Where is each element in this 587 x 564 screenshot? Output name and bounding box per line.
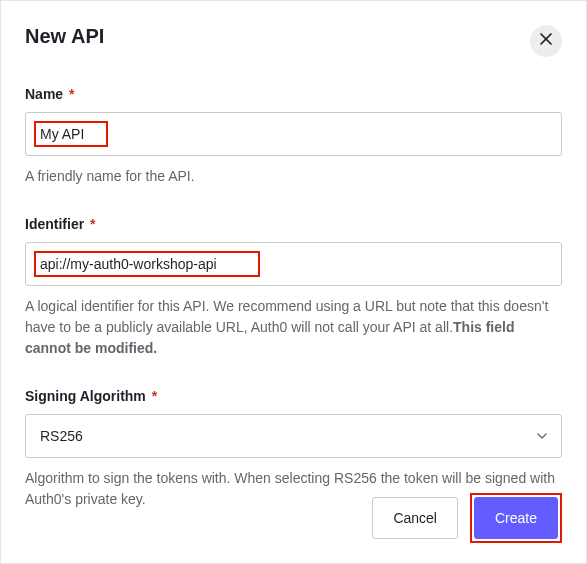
algorithm-label-text: Signing Algorithm (25, 388, 146, 404)
modal-header: New API (25, 25, 562, 57)
algorithm-label: Signing Algorithm * (25, 388, 157, 404)
algorithm-group: Signing Algorithm * RS256 Algorithm to s… (25, 387, 562, 510)
name-group: Name * A friendly name for the API. (25, 85, 562, 187)
modal-title: New API (25, 25, 104, 48)
create-button[interactable]: Create (474, 497, 558, 539)
name-input-wrap (25, 112, 562, 156)
identifier-label: Identifier * (25, 216, 95, 232)
name-input[interactable] (25, 112, 562, 156)
identifier-input-wrap (25, 242, 562, 286)
name-label: Name * (25, 86, 74, 102)
required-marker: * (90, 216, 95, 232)
close-icon (539, 32, 553, 50)
required-marker: * (69, 86, 74, 102)
algorithm-select-wrap: RS256 (25, 414, 562, 458)
identifier-input[interactable] (25, 242, 562, 286)
algorithm-select[interactable]: RS256 (25, 414, 562, 458)
name-help: A friendly name for the API. (25, 166, 562, 187)
caret-down-icon (537, 433, 547, 439)
close-button[interactable] (530, 25, 562, 57)
algorithm-selected-value: RS256 (40, 428, 83, 444)
cancel-button[interactable]: Cancel (372, 497, 458, 539)
identifier-group: Identifier * A logical identifier for th… (25, 215, 562, 359)
identifier-label-text: Identifier (25, 216, 84, 232)
identifier-help: A logical identifier for this API. We re… (25, 296, 562, 359)
new-api-modal: New API Name * A friendly name for the A… (0, 0, 587, 564)
create-button-wrap: Create (470, 493, 562, 543)
required-marker: * (152, 388, 157, 404)
name-label-text: Name (25, 86, 63, 102)
modal-footer: Cancel Create (372, 493, 562, 543)
